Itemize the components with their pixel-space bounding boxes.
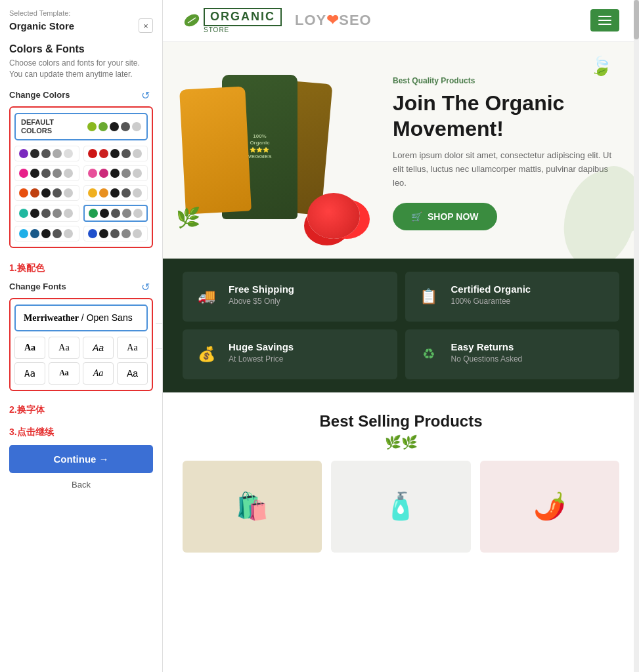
- collapse-sidebar-button[interactable]: ‹: [156, 323, 163, 349]
- dot: [53, 188, 62, 198]
- dot-dark: [121, 122, 130, 131]
- dot: [53, 149, 62, 158]
- dot: [99, 169, 108, 178]
- dot: [122, 209, 131, 218]
- palette-orange[interactable]: [14, 185, 79, 201]
- products-grid: 🛍️ 🧴 🌶️: [183, 461, 619, 553]
- dot: [30, 188, 39, 198]
- dot: [53, 169, 62, 178]
- shop-now-button[interactable]: 🛒 SHOP NOW: [393, 203, 497, 230]
- dot: [41, 188, 51, 198]
- loyseo-heart: ❤: [326, 12, 339, 28]
- dot: [30, 169, 39, 178]
- dot: [121, 188, 131, 198]
- dot: [64, 209, 73, 218]
- dot: [99, 188, 108, 198]
- dot: [110, 188, 120, 198]
- dot: [100, 209, 109, 218]
- background-leaf-decoration: [560, 160, 639, 259]
- site-header: ORGANIC STORE LOY❤SEO: [163, 0, 639, 42]
- product-image-3: 🌶️: [480, 461, 619, 553]
- reset-colors-icon[interactable]: ↺: [141, 89, 153, 101]
- font-item-7[interactable]: Aa: [83, 362, 114, 385]
- tomatoes-image: [307, 193, 360, 239]
- dot: [19, 188, 28, 198]
- template-name: Organic Store: [9, 20, 74, 32]
- palette-light-blue[interactable]: [14, 226, 79, 242]
- dot: [133, 169, 142, 178]
- hero-leaf-icon: 🍃: [590, 55, 613, 77]
- dot: [133, 229, 142, 238]
- palette-blue[interactable]: [83, 226, 148, 242]
- back-link[interactable]: Back: [9, 480, 153, 490]
- feature-card-savings: 💰 Huge Savings At Lowest Price: [183, 329, 397, 379]
- dot: [133, 209, 143, 218]
- hamburger-menu-button[interactable]: [590, 9, 619, 32]
- features-section: 🚚 Free Shipping Above $5 Only 📋 Certifie…: [163, 259, 639, 392]
- dot: [111, 209, 120, 218]
- hero-badge: Best Quality Products: [393, 76, 619, 85]
- font-featured[interactable]: Merriweather / Open Sans: [14, 304, 148, 331]
- font-featured-name: Merriweather: [24, 313, 79, 323]
- feature-title-savings: Huge Savings: [229, 341, 294, 352]
- organic-icon: 📋: [416, 284, 442, 310]
- dot: [133, 188, 142, 198]
- hamburger-line: [598, 20, 611, 21]
- dot: [110, 169, 120, 178]
- organic-store-logo: ORGANIC STORE: [183, 8, 282, 33]
- scrollbar-thumb[interactable]: [634, 0, 639, 39]
- feature-sub-returns: No Questions Asked: [451, 354, 523, 364]
- dot: [64, 149, 73, 158]
- dot: [133, 149, 142, 158]
- palette-pink2[interactable]: [83, 165, 148, 181]
- feature-sub-shipping: Above $5 Only: [229, 297, 294, 306]
- dot: [53, 229, 62, 238]
- default-colors-row[interactable]: DEFAULTCOLORS: [14, 113, 148, 140]
- organic-logo-sub: STORE: [204, 26, 282, 33]
- product-card-1: 🛍️: [183, 461, 322, 553]
- font-item-8[interactable]: Aa: [117, 362, 148, 385]
- color-palette-area: DEFAULTCOLORS: [9, 106, 153, 248]
- feature-card-organic: 📋 Certified Organic 100% Guarantee: [405, 272, 620, 322]
- annotation-fonts: 2.换字体: [9, 404, 153, 416]
- font-item-5[interactable]: Aa: [14, 362, 45, 385]
- close-button[interactable]: ×: [139, 18, 153, 33]
- dot-green1: [87, 122, 97, 131]
- dot: [41, 229, 51, 238]
- default-color-dots: [87, 122, 141, 131]
- palette-pink1[interactable]: [14, 165, 79, 181]
- shipping-icon: 🚚: [193, 284, 219, 310]
- hero-title: Join The Organic Movement!: [393, 91, 619, 141]
- palette-teal[interactable]: [14, 205, 79, 222]
- dot: [99, 149, 108, 158]
- dot: [19, 229, 28, 238]
- feature-title-organic: Certified Organic: [451, 284, 531, 295]
- dot-black: [110, 122, 119, 131]
- hero-image-area: 100%Organic⭐⭐⭐VEGGIES 🌿: [169, 62, 373, 245]
- selected-template-label: Selected Template:: [9, 9, 153, 17]
- best-selling-section: Best Selling Products 🌿🌿 🛍️ 🧴 🌶️: [163, 392, 639, 553]
- font-item-2[interactable]: Aa: [49, 337, 79, 359]
- reset-fonts-icon[interactable]: ↺: [141, 281, 153, 293]
- palette-red[interactable]: [83, 146, 148, 161]
- dot: [64, 188, 73, 198]
- font-featured-sub: Open Sans: [87, 312, 133, 323]
- dot-green2: [99, 122, 108, 131]
- hero-section: 100%Organic⭐⭐⭐VEGGIES 🌿 🍃 Best Quality P…: [163, 42, 639, 259]
- dot: [88, 149, 97, 158]
- palette-yellow[interactable]: [83, 185, 148, 201]
- logo-area: ORGANIC STORE LOY❤SEO: [183, 8, 372, 33]
- font-item-3[interactable]: Aa: [83, 337, 114, 359]
- continue-button[interactable]: Continue →: [9, 445, 153, 473]
- palette-purple[interactable]: [14, 146, 79, 161]
- dot: [64, 169, 73, 178]
- font-item-4[interactable]: Aa: [117, 337, 148, 359]
- dot: [121, 149, 131, 158]
- font-sep: /: [79, 312, 87, 323]
- palette-dark-green[interactable]: [83, 205, 148, 222]
- dot: [41, 169, 51, 178]
- font-item-1[interactable]: Aa: [14, 337, 45, 359]
- herb-icon: 🌿: [176, 206, 200, 229]
- dot: [121, 229, 131, 238]
- font-item-6[interactable]: Aa: [49, 362, 79, 385]
